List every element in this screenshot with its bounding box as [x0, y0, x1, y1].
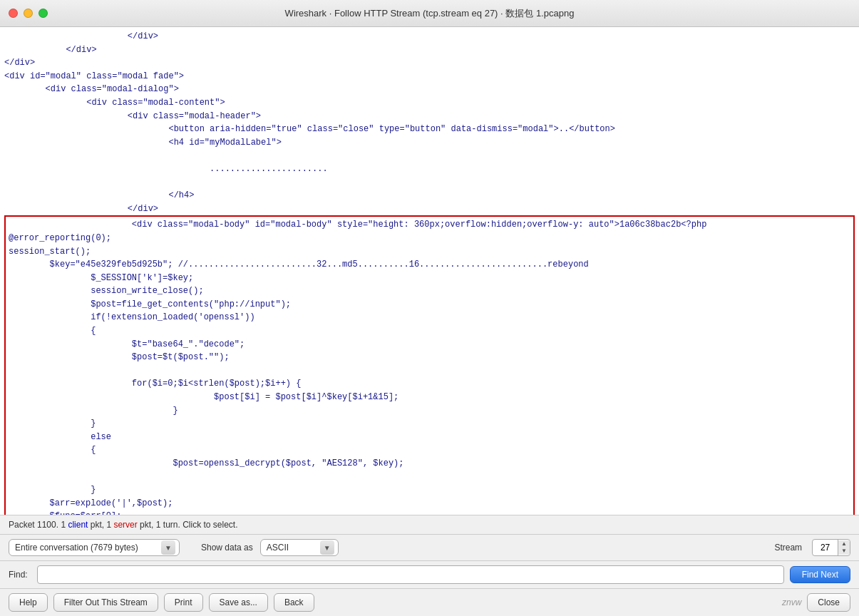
window-title: Wireshark · Follow HTTP Stream (tcp.stre…: [285, 7, 575, 20]
stream-label: Stream: [774, 543, 802, 553]
packet-info-text: Packet 1100. 1 client pkt, 1 server pkt,…: [9, 520, 238, 530]
client-label: client: [68, 520, 88, 530]
code-scroll-area[interactable]: </div> </div> </div> <div id="modal" cla…: [0, 27, 859, 515]
find-label: Find:: [9, 570, 31, 580]
maximize-button[interactable]: [38, 9, 48, 18]
print-button[interactable]: Print: [164, 593, 203, 612]
titlebar: Wireshark · Follow HTTP Stream (tcp.stre…: [0, 0, 859, 27]
code-pre-lines: </div> </div> </div> <div id="modal" cla…: [4, 30, 855, 215]
stream-down-button[interactable]: ▼: [838, 548, 850, 555]
back-button[interactable]: Back: [274, 593, 314, 612]
save-as-button[interactable]: Save as...: [209, 593, 268, 612]
conversation-select-wrapper: Entire conversation (7679 bytes) ▼: [9, 539, 180, 556]
show-data-label: Show data as: [201, 543, 253, 553]
ascii-select[interactable]: ASCII: [260, 539, 339, 556]
stream-arrows: ▲ ▼: [838, 540, 850, 555]
conversation-select[interactable]: Entire conversation (7679 bytes): [9, 539, 180, 556]
packet-info-bar: Packet 1100. 1 client pkt, 1 server pkt,…: [0, 515, 859, 534]
find-next-button[interactable]: Find Next: [790, 566, 850, 583]
stream-value: 27: [813, 540, 838, 555]
minimize-button[interactable]: [24, 9, 33, 18]
help-button[interactable]: Help: [9, 593, 48, 612]
highlighted-code-block: <div class="modal-body" id="modal-body" …: [4, 215, 855, 515]
filter-out-button[interactable]: Filter Out This Stream: [53, 593, 158, 612]
stream-spinner[interactable]: 27 ▲ ▼: [812, 539, 850, 556]
bottom-row: Help Filter Out This Stream Print Save a…: [0, 588, 859, 616]
controls-row: Entire conversation (7679 bytes) ▼ Show …: [0, 534, 859, 560]
code-container: </div> </div> </div> <div id="modal" cla…: [0, 27, 859, 515]
window-controls[interactable]: [9, 9, 48, 18]
server-label: server: [113, 520, 137, 530]
ascii-select-wrapper: ASCII ▼: [260, 539, 339, 556]
znvw-logo: znvw: [782, 597, 801, 607]
close-window-button[interactable]: [9, 9, 18, 18]
stream-up-button[interactable]: ▲: [838, 540, 850, 548]
close-button[interactable]: Close: [807, 593, 850, 612]
find-input[interactable]: [37, 565, 784, 584]
find-row: Find: Find Next: [0, 560, 859, 588]
main-window: </div> </div> </div> <div id="modal" cla…: [0, 27, 859, 616]
